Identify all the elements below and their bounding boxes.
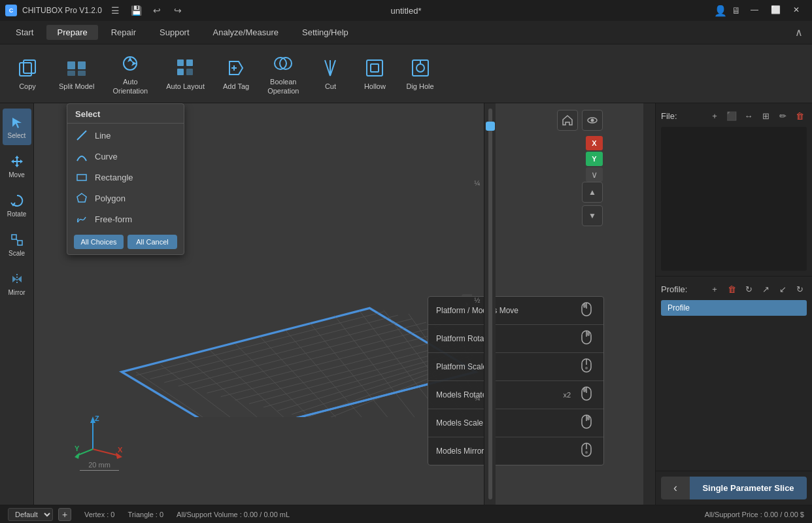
boolean-label: Boolean Operation [267,78,299,95]
file-grid-button[interactable]: ⊞ [758,109,773,123]
slice-btn-group: ‹ Single Parameter Slice [661,477,807,499]
scale-icon [9,232,25,248]
single-parameter-slice-button[interactable]: Single Parameter Slice [690,477,807,499]
file-add-button[interactable]: + [707,109,722,123]
split-model-icon [65,56,88,80]
minimize-button[interactable]: — [744,3,765,17]
home-view-button[interactable] [557,110,578,131]
monitor-icon[interactable]: 🖥 [728,3,744,18]
axis-expand-button[interactable]: ∨ [586,167,603,182]
svg-point-59 [591,119,594,122]
rotate-down-button[interactable]: ▼ [582,205,603,226]
viewport[interactable]: Select Line Curve Rectangle [34,103,643,505]
y-axis-button[interactable]: Y [586,152,603,166]
file-list-area [661,127,807,271]
profile-delete-button[interactable]: 🗑 [724,282,739,296]
file-panel-icons: + ⬛ ↔ ⊞ ✏ 🗑 [707,109,807,123]
profile-sync-button[interactable]: ↻ [792,282,807,296]
rotate-icon [9,193,25,209]
close-button[interactable]: ✕ [786,3,807,17]
menu-tab-prepare[interactable]: Prepare [46,25,97,40]
sidebar-select-btn[interactable]: Select [3,109,31,145]
sidebar-scale-btn[interactable]: Scale [3,226,31,263]
menu-tab-support[interactable]: Support [149,25,200,40]
line-icon [75,129,88,142]
support-price: All/Support Price : 0.00 / 0.00 $ [705,511,804,518]
sidebar-move-btn[interactable]: Move [3,148,31,184]
maximize-button[interactable]: ⬜ [765,3,786,17]
selection-curve[interactable]: Curve [67,146,184,167]
toolbar: Copy Split Model Auto Orientation Auto L… [0,44,812,103]
file-edit-button[interactable]: ✏ [775,109,790,123]
quarter-mark: ¼ [474,179,480,187]
mouse-icon-6 [577,442,596,460]
all-cancel-button[interactable]: All Cancel [127,235,177,249]
svg-point-77 [585,451,588,454]
x-axis-button[interactable]: X [586,136,603,150]
toolbar-boolean[interactable]: Boolean Operation [261,48,305,99]
toolbar-auto-layout[interactable]: Auto Layout [160,52,211,95]
toolbar-auto-orientation[interactable]: Auto Orientation [106,48,154,99]
profile-panel: Profile: + 🗑 ↻ ↗ ↙ ↻ Profile [656,277,812,471]
all-choices-button[interactable]: All Choices [74,235,124,249]
slice-collapse-button[interactable]: ‹ [661,477,690,499]
platform-models-move-label: Platform / Models Move [436,306,518,315]
bottom-bar: Default + Vertex : 0 Triangle : 0 All/Su… [0,505,812,523]
sidebar-mirror-btn[interactable]: Mirror [3,265,31,302]
rectangle-label: Rectangle [95,173,133,182]
slice-btn-area: ‹ Single Parameter Slice [656,471,812,505]
sidebar-rotate-btn[interactable]: Rotate [3,187,31,224]
toolbar-copy[interactable]: Copy [8,52,47,95]
select-label: Select [8,132,26,139]
file-delete-button[interactable]: 🗑 [792,109,807,123]
svg-rect-15 [367,60,382,76]
add-profile-button[interactable]: + [58,508,71,521]
rectangle-icon [75,171,88,184]
profile-export-button[interactable]: ↗ [758,282,773,296]
redo-icon[interactable]: ↪ [170,3,186,18]
selection-polygon[interactable]: Polygon [67,188,184,209]
left-sidebar: Select Move Rotate Scale Mirror [0,103,34,505]
undo-icon[interactable]: ↩ [149,3,165,18]
user-icon[interactable]: 👤 [713,3,728,18]
selection-freeform[interactable]: Free-form [67,209,184,229]
selection-line[interactable]: Line [67,125,184,146]
half-mark: ½ [474,296,480,304]
rotate-up-button[interactable]: ▲ [582,182,603,203]
menu-tab-repair[interactable]: Repair [101,25,146,40]
slider-thumb[interactable] [486,122,495,131]
profile-import-button[interactable]: ↙ [775,282,790,296]
file-swap-button[interactable]: ↔ [741,109,756,123]
freeform-label: Free-form [95,214,132,224]
profile-dropdown[interactable]: Default [8,508,53,521]
auto-layout-icon [174,56,197,80]
profile-add-button[interactable]: + [707,282,722,296]
selection-rectangle[interactable]: Rectangle [67,167,184,188]
selection-btn-row: All Choices All Cancel [67,229,184,254]
eye-view-button[interactable] [582,110,603,131]
save-icon[interactable]: 💾 [128,3,144,18]
file-panel-title: File: [661,111,677,121]
file-view-button[interactable]: ⬛ [724,109,739,123]
svg-rect-56 [77,175,86,180]
scale-bar [80,470,119,471]
file-panel-header: File: + ⬛ ↔ ⊞ ✏ 🗑 [661,109,807,123]
toolbar-cut[interactable]: Cut [311,52,350,95]
curve-icon [75,150,88,163]
svg-rect-62 [583,303,586,308]
new-doc-icon[interactable]: ☰ [107,3,123,18]
slider-track[interactable]: ¼ ½ ¾ [488,109,492,499]
toolbar-dig-hole[interactable]: Dig Hole [399,52,440,95]
toolbar-hollow[interactable]: Hollow [355,52,394,95]
toolbar-add-tag[interactable]: Add Tag [216,52,256,95]
profile-refresh-button[interactable]: ↻ [741,282,756,296]
document-title: untitled* [391,6,422,16]
coord-axes: Z X Y 20 mm [73,413,126,472]
profile-active-item[interactable]: Profile [661,300,807,316]
menu-tab-analyze[interactable]: Analyze/Measure [203,25,289,40]
toolbar-split-model[interactable]: Split Model [52,52,101,95]
menubar-collapse-icon[interactable]: ∧ [791,25,807,41]
add-tag-label: Add Tag [223,82,249,91]
menu-tab-settings[interactable]: Setting/Help [292,25,359,40]
menu-tab-start[interactable]: Start [5,25,44,40]
